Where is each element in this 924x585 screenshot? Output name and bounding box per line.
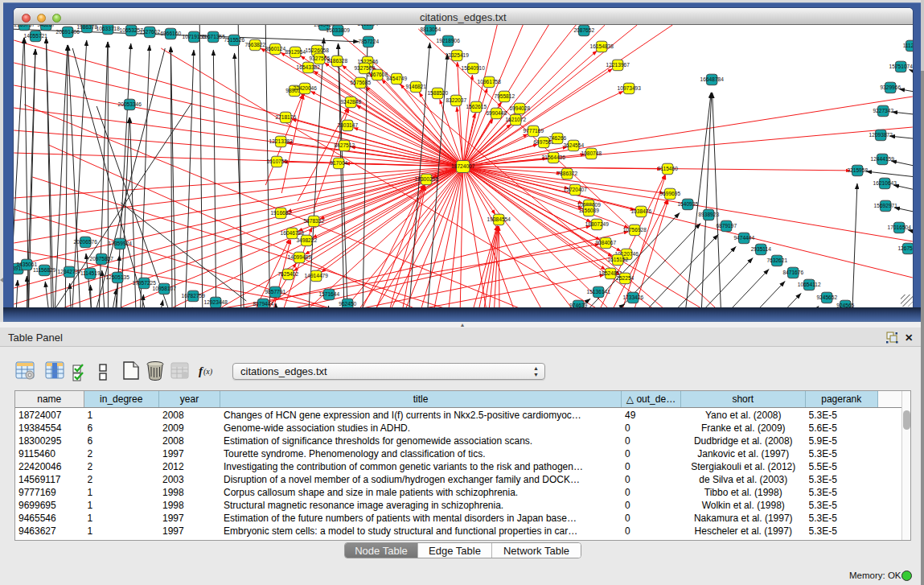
svg-text:1010755: 1010755 xyxy=(266,159,287,164)
svg-text:14055721: 14055721 xyxy=(24,33,48,39)
svg-text:6994028: 6994028 xyxy=(509,105,530,111)
svg-text:946287: 946287 xyxy=(37,25,55,27)
svg-text:5675685: 5675685 xyxy=(350,80,371,85)
svg-text:7632621: 7632621 xyxy=(766,257,787,263)
svg-text:19384554: 19384554 xyxy=(487,216,511,222)
svg-text:5878332: 5878332 xyxy=(303,218,324,224)
svg-text:15720407: 15720407 xyxy=(564,187,588,192)
svg-text:1267534: 1267534 xyxy=(897,245,913,251)
svg-text:8427512: 8427512 xyxy=(334,142,355,148)
svg-text:15640910: 15640910 xyxy=(462,65,486,71)
svg-text:9474444: 9474444 xyxy=(733,235,754,241)
svg-text:2803147: 2803147 xyxy=(337,122,358,128)
svg-text:1621072: 1621072 xyxy=(505,117,526,122)
svg-text:3624554: 3624554 xyxy=(563,142,584,148)
svg-text:11156829: 11156829 xyxy=(33,267,56,273)
svg-text:20206576: 20206576 xyxy=(74,239,98,245)
svg-text:10756928: 10756928 xyxy=(623,227,647,233)
svg-text:1562615: 1562615 xyxy=(466,104,487,109)
svg-text:12213967: 12213967 xyxy=(606,62,630,68)
svg-text:8912954: 8912954 xyxy=(285,49,306,55)
svg-text:7886372: 7886372 xyxy=(556,171,577,176)
svg-text:8471676: 8471676 xyxy=(782,270,803,275)
svg-text:16046788: 16046788 xyxy=(281,230,305,236)
svg-text:1435061: 1435061 xyxy=(16,262,37,267)
svg-text:9084067: 9084067 xyxy=(595,240,616,245)
svg-text:12444159: 12444159 xyxy=(871,156,895,162)
svg-text:18300295: 18300295 xyxy=(415,176,439,182)
svg-text:20975857: 20975857 xyxy=(90,256,114,262)
svg-text:15692971: 15692971 xyxy=(874,203,898,208)
svg-text:10654112: 10654112 xyxy=(798,282,821,287)
svg-text:1986378: 1986378 xyxy=(76,25,97,30)
svg-text:7515526: 7515526 xyxy=(224,37,244,43)
svg-text:21564436: 21564436 xyxy=(542,154,566,160)
svg-text:8979444: 8979444 xyxy=(253,301,273,307)
svg-text:17957225: 17957225 xyxy=(133,280,157,286)
svg-text:1640935: 1640935 xyxy=(677,201,698,207)
svg-text:746266: 746266 xyxy=(548,135,566,141)
svg-text:10961758: 10961758 xyxy=(478,79,502,84)
svg-text:8454749: 8454749 xyxy=(386,76,407,81)
svg-text:1038476: 1038476 xyxy=(630,208,651,214)
svg-text:7955812: 7955812 xyxy=(494,93,515,99)
svg-text:15136141: 15136141 xyxy=(587,289,611,295)
svg-text:20691406: 20691406 xyxy=(56,29,80,35)
svg-text:6990448: 6990448 xyxy=(486,110,507,116)
svg-text:9242848: 9242848 xyxy=(340,99,361,105)
svg-text:9146821: 9146821 xyxy=(405,84,426,89)
svg-text:3215958: 3215958 xyxy=(847,167,868,173)
svg-text:9857791: 9857791 xyxy=(265,289,285,295)
svg-text:1588520: 1588520 xyxy=(427,90,448,96)
svg-text:1114519: 1114519 xyxy=(80,270,101,276)
svg-text:9227342: 9227342 xyxy=(873,108,893,113)
svg-text:7625402: 7625402 xyxy=(277,271,298,277)
svg-text:17359924: 17359924 xyxy=(109,241,133,246)
svg-text:16648784: 16648784 xyxy=(700,76,725,82)
svg-text:18807249: 18807249 xyxy=(585,221,610,227)
svg-text:8813054: 8813054 xyxy=(420,27,441,32)
svg-text:2169737: 2169737 xyxy=(14,25,35,27)
svg-text:7857224: 7857224 xyxy=(358,39,379,44)
svg-text:15751074: 15751074 xyxy=(889,64,913,69)
svg-text:16671355: 16671355 xyxy=(202,34,226,39)
svg-text:111213: 111213 xyxy=(903,43,913,48)
svg-text:1527602: 1527602 xyxy=(139,29,160,35)
svg-text:10633718: 10633718 xyxy=(97,26,121,31)
svg-text:12213383: 12213383 xyxy=(269,138,294,144)
svg-text:10973493: 10973493 xyxy=(618,85,642,91)
svg-text:17016504: 17016504 xyxy=(888,225,912,230)
svg-text:16210643: 16210643 xyxy=(873,180,897,186)
svg-text:14914479: 14914479 xyxy=(305,273,329,278)
svg-text:8938923: 8938923 xyxy=(698,212,719,217)
svg-text:1156089: 1156089 xyxy=(579,208,600,213)
svg-text:1916682: 1916682 xyxy=(270,210,291,216)
svg-text:19218906: 19218906 xyxy=(437,38,461,43)
svg-text:6879197: 6879197 xyxy=(716,223,737,229)
svg-text:10958107: 10958107 xyxy=(153,286,177,291)
svg-text:20053346: 20053346 xyxy=(118,101,142,107)
svg-text:1733426: 1733426 xyxy=(622,295,643,300)
svg-text:14099489: 14099489 xyxy=(288,254,312,260)
svg-text:924565: 924565 xyxy=(836,303,854,307)
svg-text:6966160: 6966160 xyxy=(160,31,181,36)
svg-text:8186328: 8186328 xyxy=(326,58,347,64)
svg-text:12923448: 12923448 xyxy=(204,299,228,305)
svg-text:2935114: 2935114 xyxy=(751,246,772,252)
svg-text:16154838: 16154838 xyxy=(590,43,614,49)
svg-text:3498222: 3498222 xyxy=(296,237,317,243)
svg-text:8660124: 8660124 xyxy=(265,46,285,51)
svg-text:9699695: 9699695 xyxy=(659,191,680,196)
svg-text:18724007: 18724007 xyxy=(451,163,475,169)
svg-text:22420046: 22420046 xyxy=(294,85,318,91)
svg-text:1571644: 1571644 xyxy=(318,291,339,297)
svg-text:817004: 817004 xyxy=(330,160,347,166)
svg-text:8618304: 8618304 xyxy=(357,25,378,27)
svg-text:12093872: 12093872 xyxy=(869,132,893,138)
svg-text:7663822: 7663822 xyxy=(244,42,265,47)
svg-text:9245652: 9245652 xyxy=(816,295,837,300)
svg-text:9115460: 9115460 xyxy=(658,166,679,171)
svg-text:12342737: 12342737 xyxy=(58,269,82,274)
svg-text:2718176: 2718176 xyxy=(275,114,296,120)
svg-text:16543382: 16543382 xyxy=(297,64,321,70)
